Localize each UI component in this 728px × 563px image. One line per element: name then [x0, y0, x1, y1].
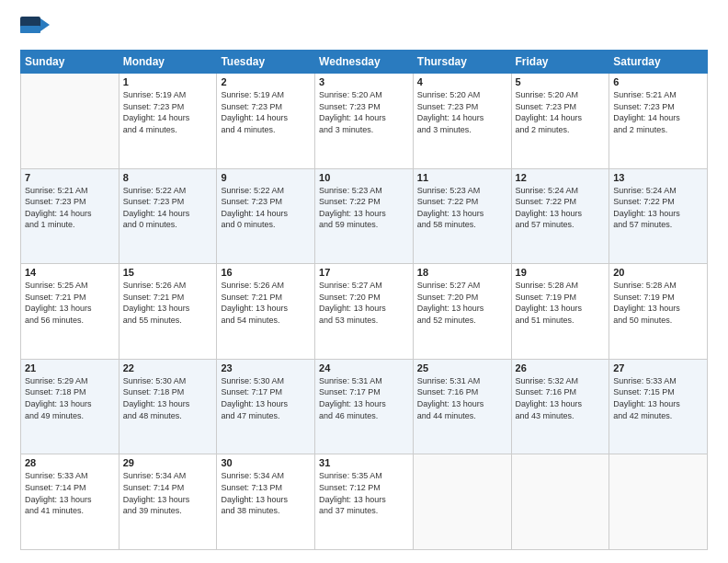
day-header-tuesday: Tuesday: [217, 51, 315, 74]
day-number: 9: [221, 172, 311, 183]
cell-content: Sunrise: 5:30 AM Sunset: 7:18 PM Dayligh…: [123, 375, 213, 421]
cell-content: Sunrise: 5:26 AM Sunset: 7:21 PM Dayligh…: [123, 280, 213, 326]
calendar-cell: 18Sunrise: 5:27 AM Sunset: 7:20 PM Dayli…: [413, 264, 511, 360]
calendar-cell: 7Sunrise: 5:21 AM Sunset: 7:23 PM Daylig…: [21, 168, 119, 264]
cell-content: Sunrise: 5:26 AM Sunset: 7:21 PM Dayligh…: [221, 280, 311, 326]
day-number: 1: [123, 76, 213, 87]
day-number: 21: [25, 362, 115, 373]
cell-content: Sunrise: 5:30 AM Sunset: 7:17 PM Dayligh…: [221, 375, 311, 421]
cell-content: Sunrise: 5:19 AM Sunset: 7:23 PM Dayligh…: [221, 89, 311, 135]
calendar-cell: 27Sunrise: 5:33 AM Sunset: 7:15 PM Dayli…: [609, 359, 708, 454]
calendar-cell: 23Sunrise: 5:30 AM Sunset: 7:17 PM Dayli…: [217, 359, 315, 454]
week-row-3: 21Sunrise: 5:29 AM Sunset: 7:18 PM Dayli…: [21, 359, 708, 454]
cell-content: Sunrise: 5:33 AM Sunset: 7:15 PM Dayligh…: [613, 375, 703, 421]
calendar-cell: 9Sunrise: 5:22 AM Sunset: 7:23 PM Daylig…: [217, 168, 315, 264]
header: [20, 17, 708, 40]
day-number: 28: [25, 457, 115, 468]
day-number: 2: [221, 76, 311, 87]
day-number: 13: [613, 172, 703, 183]
calendar-cell: 5Sunrise: 5:20 AM Sunset: 7:23 PM Daylig…: [511, 74, 609, 169]
calendar-cell: 4Sunrise: 5:20 AM Sunset: 7:23 PM Daylig…: [413, 74, 511, 169]
cell-content: Sunrise: 5:25 AM Sunset: 7:21 PM Dayligh…: [25, 280, 115, 326]
calendar-cell: 26Sunrise: 5:32 AM Sunset: 7:16 PM Dayli…: [511, 359, 609, 454]
calendar-cell: 15Sunrise: 5:26 AM Sunset: 7:21 PM Dayli…: [119, 264, 217, 360]
cell-content: Sunrise: 5:22 AM Sunset: 7:23 PM Dayligh…: [221, 185, 311, 231]
day-number: 27: [613, 362, 703, 373]
week-row-2: 14Sunrise: 5:25 AM Sunset: 7:21 PM Dayli…: [21, 264, 708, 360]
logo: [20, 17, 53, 40]
day-header-friday: Friday: [511, 51, 609, 74]
cell-content: Sunrise: 5:24 AM Sunset: 7:22 PM Dayligh…: [613, 185, 703, 231]
calendar-table: SundayMondayTuesdayWednesdayThursdayFrid…: [20, 50, 708, 550]
cell-content: Sunrise: 5:28 AM Sunset: 7:19 PM Dayligh…: [516, 280, 606, 326]
week-row-0: 1Sunrise: 5:19 AM Sunset: 7:23 PM Daylig…: [21, 74, 708, 169]
calendar-cell: 20Sunrise: 5:28 AM Sunset: 7:19 PM Dayli…: [609, 264, 708, 360]
calendar-cell: 30Sunrise: 5:34 AM Sunset: 7:13 PM Dayli…: [217, 454, 315, 550]
day-number: 5: [516, 76, 606, 87]
day-number: 4: [417, 76, 507, 87]
day-number: 6: [613, 76, 703, 87]
calendar-cell: 17Sunrise: 5:27 AM Sunset: 7:20 PM Dayli…: [315, 264, 414, 360]
calendar-cell: [21, 74, 119, 169]
calendar-cell: 12Sunrise: 5:24 AM Sunset: 7:22 PM Dayli…: [511, 168, 609, 264]
day-number: 31: [319, 457, 409, 468]
day-number: 7: [25, 172, 115, 183]
day-number: 8: [123, 172, 213, 183]
day-header-monday: Monday: [119, 51, 217, 74]
cell-content: Sunrise: 5:20 AM Sunset: 7:23 PM Dayligh…: [417, 89, 507, 135]
calendar-cell: 2Sunrise: 5:19 AM Sunset: 7:23 PM Daylig…: [217, 74, 315, 169]
calendar-cell: [609, 454, 708, 550]
cell-content: Sunrise: 5:24 AM Sunset: 7:22 PM Dayligh…: [516, 185, 606, 231]
calendar-cell: 1Sunrise: 5:19 AM Sunset: 7:23 PM Daylig…: [119, 74, 217, 169]
cell-content: Sunrise: 5:27 AM Sunset: 7:20 PM Dayligh…: [417, 280, 507, 326]
day-number: 15: [123, 267, 213, 278]
calendar-cell: [413, 454, 511, 550]
cell-content: Sunrise: 5:28 AM Sunset: 7:19 PM Dayligh…: [613, 280, 703, 326]
day-number: 17: [319, 267, 409, 278]
cell-content: Sunrise: 5:23 AM Sunset: 7:22 PM Dayligh…: [319, 185, 409, 231]
day-number: 12: [516, 172, 606, 183]
cell-content: Sunrise: 5:29 AM Sunset: 7:18 PM Dayligh…: [25, 375, 115, 421]
days-header-row: SundayMondayTuesdayWednesdayThursdayFrid…: [21, 51, 708, 74]
calendar-cell: 21Sunrise: 5:29 AM Sunset: 7:18 PM Dayli…: [21, 359, 119, 454]
day-number: 29: [123, 457, 213, 468]
svg-rect-2: [20, 26, 40, 33]
calendar-cell: 8Sunrise: 5:22 AM Sunset: 7:23 PM Daylig…: [119, 168, 217, 264]
day-number: 25: [417, 362, 507, 373]
logo-icon: [20, 17, 50, 40]
calendar-cell: 13Sunrise: 5:24 AM Sunset: 7:22 PM Dayli…: [609, 168, 708, 264]
day-number: 16: [221, 267, 311, 278]
day-number: 26: [516, 362, 606, 373]
day-number: 19: [516, 267, 606, 278]
cell-content: Sunrise: 5:20 AM Sunset: 7:23 PM Dayligh…: [516, 89, 606, 135]
day-number: 22: [123, 362, 213, 373]
calendar-cell: 25Sunrise: 5:31 AM Sunset: 7:16 PM Dayli…: [413, 359, 511, 454]
day-number: 24: [319, 362, 409, 373]
calendar-cell: 16Sunrise: 5:26 AM Sunset: 7:21 PM Dayli…: [217, 264, 315, 360]
calendar-cell: [511, 454, 609, 550]
cell-content: Sunrise: 5:22 AM Sunset: 7:23 PM Dayligh…: [123, 185, 213, 231]
cell-content: Sunrise: 5:34 AM Sunset: 7:14 PM Dayligh…: [123, 470, 213, 516]
cell-content: Sunrise: 5:21 AM Sunset: 7:23 PM Dayligh…: [25, 185, 115, 231]
week-row-1: 7Sunrise: 5:21 AM Sunset: 7:23 PM Daylig…: [21, 168, 708, 264]
calendar-cell: 6Sunrise: 5:21 AM Sunset: 7:23 PM Daylig…: [609, 74, 708, 169]
calendar-cell: 3Sunrise: 5:20 AM Sunset: 7:23 PM Daylig…: [315, 74, 414, 169]
day-number: 20: [613, 267, 703, 278]
cell-content: Sunrise: 5:32 AM Sunset: 7:16 PM Dayligh…: [516, 375, 606, 421]
cell-content: Sunrise: 5:27 AM Sunset: 7:20 PM Dayligh…: [319, 280, 409, 326]
cell-content: Sunrise: 5:34 AM Sunset: 7:13 PM Dayligh…: [221, 470, 311, 516]
day-header-sunday: Sunday: [21, 51, 119, 74]
day-header-wednesday: Wednesday: [315, 51, 414, 74]
day-number: 30: [221, 457, 311, 468]
calendar-cell: 29Sunrise: 5:34 AM Sunset: 7:14 PM Dayli…: [119, 454, 217, 550]
calendar-cell: 14Sunrise: 5:25 AM Sunset: 7:21 PM Dayli…: [21, 264, 119, 360]
cell-content: Sunrise: 5:20 AM Sunset: 7:23 PM Dayligh…: [319, 89, 409, 135]
calendar-cell: 10Sunrise: 5:23 AM Sunset: 7:22 PM Dayli…: [315, 168, 414, 264]
cell-content: Sunrise: 5:23 AM Sunset: 7:22 PM Dayligh…: [417, 185, 507, 231]
cell-content: Sunrise: 5:31 AM Sunset: 7:17 PM Dayligh…: [319, 375, 409, 421]
cell-content: Sunrise: 5:21 AM Sunset: 7:23 PM Dayligh…: [613, 89, 703, 135]
calendar-cell: 19Sunrise: 5:28 AM Sunset: 7:19 PM Dayli…: [511, 264, 609, 360]
calendar-cell: 31Sunrise: 5:35 AM Sunset: 7:12 PM Dayli…: [315, 454, 414, 550]
cell-content: Sunrise: 5:19 AM Sunset: 7:23 PM Dayligh…: [123, 89, 213, 135]
week-row-4: 28Sunrise: 5:33 AM Sunset: 7:14 PM Dayli…: [21, 454, 708, 550]
